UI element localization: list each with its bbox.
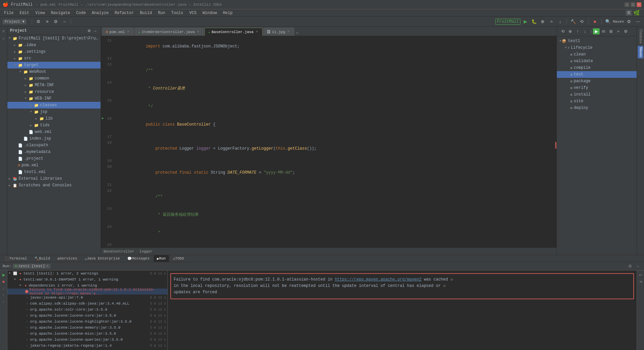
wrap-button[interactable]: ↩ [638, 272, 644, 278]
run-dep-lucene-misc[interactable]: ○ org.apache.lucene:lucene-misc:jar:3.5.… [7, 331, 167, 337]
run-button[interactable]: ▶ [522, 18, 529, 25]
favorites-icon[interactable]: ☆ [1, 35, 7, 41]
maven-deploy[interactable]: ⚙ deploy [557, 105, 637, 111]
tree-scratches[interactable]: ▶ 📋 Scratches and Consoles [7, 182, 101, 189]
maven-run-button[interactable]: ▶ [593, 28, 600, 34]
menu-navigate[interactable]: Navigate [48, 10, 73, 16]
run-settings-button[interactable]: ⚙ [627, 263, 633, 270]
search-everywhere-button[interactable]: 🔍 [604, 18, 612, 25]
run-root[interactable]: ▼ ⬜ ● test1 [test1]: 1 error, 2 warnings… [7, 271, 167, 277]
tree-classes[interactable]: ▶ 📁 classes [7, 102, 101, 109]
menu-help[interactable]: Help [220, 10, 235, 16]
soft-wrap-button[interactable]: ⇥ [638, 279, 644, 285]
run-dep-lucene-queries[interactable]: ○ org.apache.lucene:lucene-queries:jar:3… [7, 337, 167, 343]
tree-webroot[interactable]: ▼ 📁 WebRoot [7, 68, 101, 75]
11jpg-tab-close[interactable]: × [287, 30, 291, 34]
rerun-button[interactable]: ▶ [1, 272, 7, 278]
tree-src[interactable]: ▶ 📁 src [7, 55, 101, 62]
tree-project[interactable]: ▶ 📄 .project [7, 155, 101, 162]
tree-root[interactable]: ▼ 📁 FruitMall [test1] D:\project\FruitMa… [7, 35, 101, 42]
tree-tids[interactable]: ▶ 📁 tids [7, 122, 101, 129]
build-button[interactable]: 🔨 [570, 18, 577, 25]
scroll-end-button[interactable]: ↓ [1, 285, 7, 291]
maven-skip-button[interactable]: m [600, 28, 607, 35]
maven-lifecycle[interactable]: ▼ ⚡ Lifecycle [557, 44, 637, 51]
menu-tools[interactable]: Tools [169, 10, 186, 16]
rollback-button[interactable]: ⟲ [578, 18, 586, 25]
next-occ-button[interactable]: ↓ [1, 299, 7, 305]
tab-itemorder[interactable]: ☕ ItemOrderController.java × [135, 28, 204, 36]
run-dep-lucene-core[interactable]: ○ org.apache.lucene:lucene-core:jar:3.5.… [7, 313, 167, 319]
run-dep-lucene-spatial[interactable]: ○ org.apache.lucene:lucene-spatial:jar:3… [7, 349, 167, 350]
tree-classpath[interactable]: ▶ 📄 .classpath [7, 142, 101, 149]
minimize-button[interactable]: – [625, 2, 629, 7]
tree-external-libs[interactable]: ▶ 📚 External Libraries [7, 175, 101, 182]
bottom-tab-terminal[interactable]: ⬛ Terminal [1, 255, 30, 262]
toolbar-btn-2[interactable]: – [61, 18, 68, 25]
maven-compile[interactable]: ⚙ compile [557, 64, 637, 71]
maven-add-button[interactable]: ⊕ [567, 28, 574, 35]
tree-idea[interactable]: ▶ 📁 .idea [7, 42, 101, 48]
maven-validate[interactable]: ⚙ validate [557, 58, 637, 64]
itemorder-tab-close[interactable]: × [196, 30, 200, 34]
bottom-tab-messages[interactable]: 💬 Messages [124, 255, 153, 262]
run-dep-solr[interactable]: ○ org.apache.solr:solr-core:jar:3.5.0 5 … [7, 307, 167, 313]
sidebar-collapse-button[interactable]: – [93, 28, 98, 33]
maven-refresh-button[interactable]: ⟲ [559, 28, 566, 35]
prev-occ-button[interactable]: ↑ [1, 292, 7, 298]
bottom-tab-run[interactable]: ▶ Run [154, 255, 169, 262]
maven-verify[interactable]: ⚙ verify [557, 84, 637, 91]
bottom-tab-services[interactable]: ⚙ Services [54, 255, 80, 262]
toolbar-settings-right[interactable]: ⚙ [625, 18, 633, 25]
menu-analyze[interactable]: Analyze [89, 10, 111, 16]
tree-test1xml[interactable]: ▶ 📄 test1.xml [7, 169, 101, 175]
run-config-close[interactable]: × [46, 264, 48, 268]
menu-view[interactable]: View [33, 10, 48, 16]
run-test1-war[interactable]: ▼ ● test1:war:0.0.1-SNAPSHOT 1 error, 1 … [7, 277, 167, 283]
maven-site[interactable]: ⚙ site [557, 98, 637, 105]
debug-button[interactable]: 🐛 [530, 18, 538, 25]
tree-webinf[interactable]: ▼ 📁 WEB-INF [7, 95, 101, 102]
tree-pomxml[interactable]: ▶ m pom.xml [7, 162, 101, 169]
tree-target[interactable]: ▼ 📁 target [7, 62, 101, 68]
run-config-tab[interactable]: m test1 [test] × [13, 264, 50, 269]
menu-code[interactable]: Code [73, 10, 89, 16]
menu-refactor[interactable]: Refactor [112, 10, 137, 16]
maven-expand-button[interactable]: ↓ [582, 28, 588, 35]
menu-file[interactable]: File [1, 10, 16, 16]
menu-run[interactable]: Run [155, 10, 168, 16]
project-dropdown[interactable]: Project ▼ [3, 19, 26, 24]
tree-metainf[interactable]: ▶ 📁 META-INF [7, 82, 101, 89]
stop-run-button[interactable]: ■ [1, 279, 7, 285]
run-dep-alipay[interactable]: ○ com.alipay.sdk:alipay-sdk-java:jar:3.4… [7, 301, 167, 307]
tree-common[interactable]: ▶ 📁 common [7, 75, 101, 82]
code-editor[interactable]: 11 import com.alibaba.fastjson.JSONObjec… [101, 36, 556, 247]
breadcrumb-logger[interactable]: logger [139, 249, 153, 253]
coverage-button[interactable]: ⊕ [539, 18, 546, 25]
maximize-button[interactable]: □ [631, 2, 635, 7]
breadcrumb-basecontroller[interactable]: BaseController [104, 249, 134, 253]
profile-button[interactable]: ≈ [548, 18, 555, 25]
menu-build[interactable]: Build [137, 10, 155, 16]
tree-resource[interactable]: ▶ 📁 resource [7, 89, 101, 95]
tree-lib[interactable]: ▶ 📁 lib [7, 115, 101, 122]
run-dep-lucene-hl[interactable]: ○ org.apache.lucene:lucene-highlighter:j… [7, 319, 167, 325]
stop-button[interactable]: ■ [591, 18, 599, 25]
menu-window[interactable]: Window [200, 10, 219, 16]
tree-jsp[interactable]: ▼ 📁 jsp [7, 109, 101, 115]
menu-edit[interactable]: Edit [17, 10, 32, 16]
maven-more-button[interactable]: ⚙ [622, 28, 629, 35]
maven-test1[interactable]: ▼ 📦 test1 [557, 38, 637, 44]
menu-vcs[interactable]: VCS [187, 10, 199, 16]
maven-settings-button[interactable]: ≈ [615, 28, 622, 35]
close-button[interactable]: × [637, 2, 641, 7]
run-dep-lucene-mem[interactable]: ○ org.apache.lucene:lucene-memory:jar:3.… [7, 325, 167, 331]
sidebar-settings-button[interactable]: ⚙ [87, 28, 92, 33]
redeploy-button[interactable]: ↓ [556, 18, 564, 25]
maven-collapse-button[interactable]: ↑ [574, 28, 581, 35]
maven-repo-link[interactable]: https://repo.maven.apache.org/maven2 [335, 277, 421, 282]
more-tabs-button[interactable]: » [295, 30, 300, 36]
maven-vtab-button[interactable]: Maven [638, 46, 643, 58]
tab-basecontroller[interactable]: ☕ BaseController.java × [204, 28, 263, 36]
maven-clean[interactable]: ⚙ clean [557, 51, 637, 58]
